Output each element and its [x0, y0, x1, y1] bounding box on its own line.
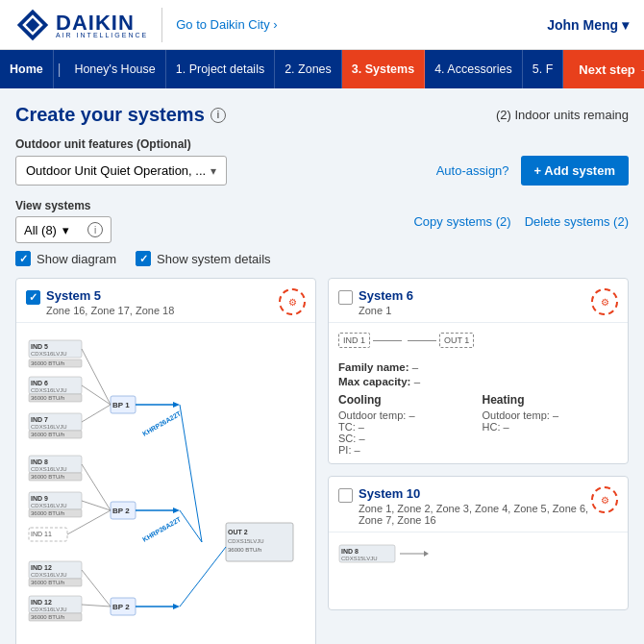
show-diagram-label: Show diagram [37, 252, 116, 266]
svg-text:36000 BTU/h: 36000 BTU/h [31, 580, 64, 585]
page-title-text: Create your systems [15, 104, 205, 126]
cooling-outdoor-temp-row: Outdoor temp: – [338, 409, 475, 421]
cooling-heating-grid: Cooling Outdoor temp: – TC: – SC: – PI: … [338, 393, 618, 456]
checkmark-icon-2: ✓ [139, 253, 148, 265]
svg-line-21 [82, 385, 111, 405]
nav-zones[interactable]: 2. Zones [275, 50, 342, 88]
show-system-details-checkbox[interactable]: ✓ Show system details [136, 251, 271, 266]
show-options-row: ✓ Show diagram ✓ Show system details [15, 251, 629, 266]
system-6-ind-out-row: IND 1 OUT 1 [329, 323, 628, 354]
filter-select-value: All (8) [24, 223, 57, 237]
svg-line-56 [82, 605, 111, 607]
logo-text-group: DAIKIN AIR INTELLIGENCE [56, 11, 148, 38]
heating-hc-value: – [504, 421, 509, 433]
outdoor-label: Outdoor unit features (Optional) [15, 137, 629, 151]
system-10-checkbox[interactable] [338, 488, 353, 503]
view-systems-label: View systems [15, 199, 111, 212]
cooling-pi-row: PI: – [338, 444, 475, 456]
user-name[interactable]: John Meng [547, 17, 629, 33]
max-capacity-row: Max capacity: – [338, 376, 618, 387]
system-5-title: System 5 [46, 288, 174, 303]
copy-systems-link[interactable]: Copy systems (2) [413, 214, 510, 229]
system-6-title-text: System 6 Zone 1 [359, 288, 413, 316]
settings-icon-3: ⚙ [601, 495, 609, 506]
system-10-arrow-icon [400, 544, 429, 563]
page-title-row: Create your systems i (2) Indoor units r… [15, 104, 629, 126]
cooling-sc-row: SC: – [338, 433, 475, 444]
system-5-diagram-svg: IND 5 CDXS16LVJU 36000 BTU/h IND 6 CDXS1… [24, 331, 308, 644]
nav-f[interactable]: 5. F [523, 50, 564, 88]
system-6-title-group: System 6 Zone 1 [338, 288, 413, 316]
svg-line-55 [82, 570, 111, 607]
outdoor-unit-select[interactable]: Outdoor Unit Quiet Operation, ... ▾ [15, 156, 227, 186]
show-diagram-checkbox[interactable]: ✓ Show diagram [15, 251, 116, 266]
system-6-header: System 6 Zone 1 ⚙ [329, 279, 628, 323]
system-10-settings-button[interactable]: ⚙ [591, 486, 618, 513]
nav-separator: | [54, 50, 65, 88]
chevron-down-icon: ▾ [211, 164, 216, 178]
svg-text:KHRP26A22T: KHRP26A22T [141, 409, 183, 437]
nav-accessories[interactable]: 4. Accessories [425, 50, 523, 88]
svg-text:36000 BTU/h: 36000 BTU/h [31, 614, 64, 620]
svg-text:CDXS16LVJU: CDXS16LVJU [31, 466, 67, 472]
heating-col: Heating Outdoor temp: – HC: – [483, 393, 619, 456]
svg-text:36000 BTU/h: 36000 BTU/h [228, 547, 261, 553]
system-10-device-icon: IND 8 CDXS15LVJU [338, 544, 396, 563]
svg-marker-58 [173, 508, 180, 513]
nav-breadcrumb[interactable]: Honey's House [64, 50, 165, 88]
system-5-checkbox[interactable]: ✓ [26, 290, 40, 305]
next-step-button[interactable]: Next step → [563, 50, 644, 88]
filter-chevron-icon: ▾ [62, 223, 69, 237]
svg-text:IND 9: IND 9 [31, 495, 48, 502]
add-system-button[interactable]: + Add system [521, 156, 629, 186]
system-6-title: System 6 [359, 288, 413, 303]
filter-select[interactable]: All (8) ▾ i [15, 216, 111, 243]
nav-home[interactable]: Home [0, 50, 54, 88]
svg-text:CDXS16LVJU: CDXS16LVJU [31, 572, 67, 578]
logo-sub: AIR INTELLIGENCE [56, 32, 148, 38]
delete-systems-link[interactable]: Delete systems (2) [525, 214, 629, 229]
view-systems-right: Copy systems (2) Delete systems (2) [413, 214, 629, 229]
system-10-body: IND 8 CDXS15LVJU [329, 533, 628, 609]
svg-text:IND 11: IND 11 [31, 531, 52, 537]
auto-assign-link[interactable]: Auto-assign? [436, 163, 509, 178]
svg-text:36000 BTU/h: 36000 BTU/h [31, 510, 64, 516]
system-10-card: System 10 Zone 1, Zone 2, Zone 3, Zone 4… [328, 476, 629, 610]
heating-outdoor-temp-row: Outdoor temp: – [483, 409, 619, 421]
top-header: DAIKIN AIR INTELLIGENCE Go to Daikin Cit… [0, 0, 644, 50]
page-title-group: Create your systems i [15, 104, 226, 126]
systems-grid: ✓ System 5 Zone 16, Zone 17, Zone 18 ⚙ [15, 278, 629, 644]
filter-info-icon[interactable]: i [87, 222, 103, 237]
nav-systems[interactable]: 3. Systems [342, 50, 425, 88]
system-5-zones: Zone 16, Zone 17, Zone 18 [46, 305, 174, 316]
system-6-checkbox[interactable] [338, 290, 353, 305]
svg-line-22 [82, 405, 111, 422]
system-10-title-text: System 10 Zone 1, Zone 2, Zone 3, Zone 4… [359, 486, 591, 526]
system-10-zones: Zone 1, Zone 2, Zone 3, Zone 4, Zone 5, … [359, 503, 591, 526]
daikin-city-link[interactable]: Go to Daikin City › [176, 17, 277, 32]
view-systems-left: View systems All (8) ▾ i [15, 199, 111, 243]
system-6-settings-button[interactable]: ⚙ [591, 288, 618, 315]
main-content: Create your systems i (2) Indoor units r… [0, 88, 644, 644]
svg-text:CDXS16LVJU: CDXS16LVJU [31, 424, 67, 430]
outdoor-section: Outdoor unit features (Optional) Outdoor… [15, 137, 629, 186]
view-systems-row: View systems All (8) ▾ i Copy systems (2… [15, 199, 629, 243]
svg-text:IND 5: IND 5 [31, 343, 48, 350]
svg-text:OUT 2: OUT 2 [228, 529, 248, 535]
info-icon[interactable]: i [211, 108, 226, 123]
system-5-settings-button[interactable]: ⚙ [279, 288, 306, 315]
connect-line-2-icon [408, 340, 436, 341]
system-5-title-group: ✓ System 5 Zone 16, Zone 17, Zone 18 [26, 288, 174, 316]
header-divider [161, 8, 162, 42]
system-5-body: IND 5 CDXS16LVJU 36000 BTU/h IND 6 CDXS1… [16, 323, 315, 644]
svg-text:CDXS16LVJU: CDXS16LVJU [31, 351, 67, 357]
system-6-ind-box: IND 1 [338, 333, 370, 348]
action-buttons: Auto-assign? + Add system [436, 156, 629, 186]
svg-text:IND 12: IND 12 [31, 599, 52, 606]
cooling-tc-value: – [359, 421, 364, 433]
system-6-info-section: Family name: – Max capacity: – Cooling O… [329, 354, 628, 463]
system-10-title: System 10 [359, 486, 591, 501]
system-5-checkmark-icon: ✓ [29, 291, 37, 304]
svg-text:IND 8: IND 8 [341, 548, 359, 555]
nav-project-details[interactable]: 1. Project details [166, 50, 275, 88]
